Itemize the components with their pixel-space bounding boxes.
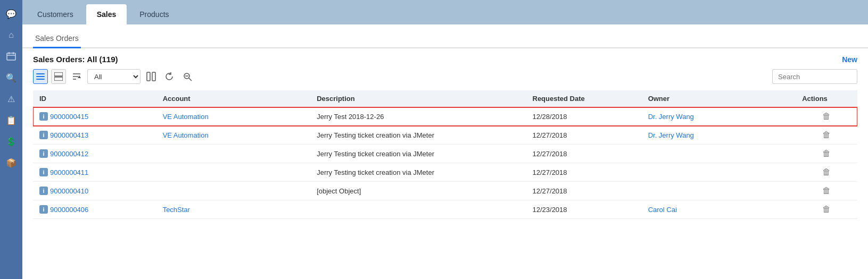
calendar-icon[interactable] <box>2 47 21 66</box>
sales-orders-table: ID Account Description Requested Date Ow… <box>33 90 857 219</box>
table-container: ID Account Description Requested Date Ow… <box>33 90 857 273</box>
delete-button[interactable]: 🗑 <box>822 112 831 121</box>
col-header-description: Description <box>310 90 526 107</box>
account-cell <box>156 182 311 200</box>
owner-link[interactable]: Dr. Jerry Wang <box>648 113 694 121</box>
title-row: Sales Orders: All (119) New <box>33 55 857 64</box>
description-cell: Jerry Testing ticket creation via JMeter <box>310 126 526 145</box>
account-link[interactable]: VE Automation <box>163 113 209 121</box>
order-id-link[interactable]: 9000000412 <box>50 150 88 158</box>
tab-products[interactable]: Products <box>129 4 179 24</box>
requested-date-cell: 12/28/2018 <box>526 107 642 126</box>
info-icon: i <box>39 149 48 158</box>
table-row: i 9000000415 VE AutomationJerry Test 201… <box>33 107 857 126</box>
order-id-link[interactable]: 9000000406 <box>50 206 88 214</box>
account-cell <box>156 163 311 182</box>
svg-rect-8 <box>54 77 63 81</box>
account-link[interactable]: VE Automation <box>163 131 209 139</box>
order-id-link[interactable]: 9000000413 <box>50 131 88 139</box>
sidebar: 💬 ⌂ 🔍 ⚠ 📋 💲 📦 <box>0 0 22 279</box>
table-row: i 9000000411 Jerry Testing ticket creati… <box>33 163 857 182</box>
refresh-button[interactable] <box>162 69 177 84</box>
requested-date-cell: 12/27/2018 <box>526 126 642 145</box>
info-icon: i <box>39 131 48 139</box>
toolbar: All Mine Team <box>33 69 857 84</box>
order-id-link[interactable]: 9000000410 <box>50 187 88 195</box>
sort-button[interactable] <box>69 69 84 84</box>
delete-button[interactable]: 🗑 <box>822 205 831 214</box>
description-cell: Jerry Testing ticket creation via JMeter <box>310 145 526 163</box>
requested-date-cell: 12/27/2018 <box>526 182 642 200</box>
col-header-owner: Owner <box>642 90 796 107</box>
col-header-account: Account <box>156 90 311 107</box>
info-icon: i <box>39 112 48 121</box>
requested-date-cell: 12/27/2018 <box>526 145 642 163</box>
owner-cell <box>642 182 796 200</box>
owner-link[interactable]: Carol Cai <box>648 206 677 214</box>
box-icon[interactable]: 📦 <box>2 153 21 172</box>
tab-sales[interactable]: Sales <box>86 4 127 24</box>
table-row: i 9000000412 Jerry Testing ticket creati… <box>33 145 857 163</box>
sub-tab-sales-orders[interactable]: Sales Orders <box>33 31 81 48</box>
top-nav: Customers Sales Products <box>22 0 868 24</box>
table-row: i 9000000406 TechStar12/23/2018Carol Cai… <box>33 200 857 219</box>
table-row: i 9000000410 [object Object]12/27/2018🗑 <box>33 182 857 200</box>
svg-rect-7 <box>54 72 63 76</box>
table-row: i 9000000413 VE AutomationJerry Testing … <box>33 126 857 145</box>
zoom-button[interactable] <box>180 69 195 84</box>
order-id-link[interactable]: 9000000411 <box>50 168 88 176</box>
filter-select[interactable]: All Mine Team <box>87 69 140 84</box>
svg-rect-4 <box>36 73 45 74</box>
table-header-row: ID Account Description Requested Date Ow… <box>33 90 857 107</box>
order-id-link[interactable]: 9000000415 <box>50 113 88 121</box>
delete-button[interactable]: 🗑 <box>822 130 831 139</box>
search-icon[interactable]: 🔍 <box>2 68 21 87</box>
chat-icon[interactable]: 💬 <box>2 4 21 23</box>
owner-cell <box>642 163 796 182</box>
svg-rect-0 <box>7 53 15 60</box>
requested-date-cell: 12/27/2018 <box>526 163 642 182</box>
columns-button[interactable] <box>144 69 159 84</box>
description-cell <box>310 200 526 219</box>
description-cell: [object Object] <box>310 182 526 200</box>
home-icon[interactable]: ⌂ <box>2 26 21 45</box>
svg-rect-5 <box>36 76 45 77</box>
account-link[interactable]: TechStar <box>163 206 190 214</box>
search-input[interactable] <box>772 69 857 84</box>
description-cell: Jerry Testing ticket creation via JMeter <box>310 163 526 182</box>
sub-header: Sales Orders <box>22 24 868 48</box>
delete-button[interactable]: 🗑 <box>822 186 831 195</box>
alert-icon[interactable]: ⚠ <box>2 89 21 108</box>
owner-link[interactable]: Dr. Jerry Wang <box>648 131 694 139</box>
svg-line-15 <box>189 78 192 81</box>
account-cell <box>156 145 311 163</box>
new-button[interactable]: New <box>842 55 857 64</box>
page-title: Sales Orders: All (119) <box>33 55 118 64</box>
content-area: Sales Orders Sales Orders: All (119) New <box>22 24 868 279</box>
info-icon: i <box>39 187 48 195</box>
clipboard-icon[interactable]: 📋 <box>2 111 21 130</box>
info-icon: i <box>39 205 48 214</box>
split-view-button[interactable] <box>51 69 66 84</box>
page-content: Sales Orders: All (119) New <box>22 48 868 279</box>
tab-customers[interactable]: Customers <box>27 4 84 24</box>
owner-cell <box>642 145 796 163</box>
svg-rect-12 <box>147 72 150 81</box>
col-header-requested-date: Requested Date <box>526 90 642 107</box>
dollar-icon[interactable]: 💲 <box>2 132 21 151</box>
col-header-actions: Actions <box>796 90 857 107</box>
delete-button[interactable]: 🗑 <box>822 149 831 158</box>
main-area: Customers Sales Products Sales Orders Sa… <box>22 0 868 279</box>
info-icon: i <box>39 168 48 176</box>
list-view-button[interactable] <box>33 69 48 84</box>
requested-date-cell: 12/23/2018 <box>526 200 642 219</box>
svg-rect-13 <box>152 72 155 81</box>
description-cell: Jerry Test 2018-12-26 <box>310 107 526 126</box>
delete-button[interactable]: 🗑 <box>822 167 831 176</box>
svg-rect-6 <box>36 79 45 80</box>
col-header-id: ID <box>33 90 156 107</box>
